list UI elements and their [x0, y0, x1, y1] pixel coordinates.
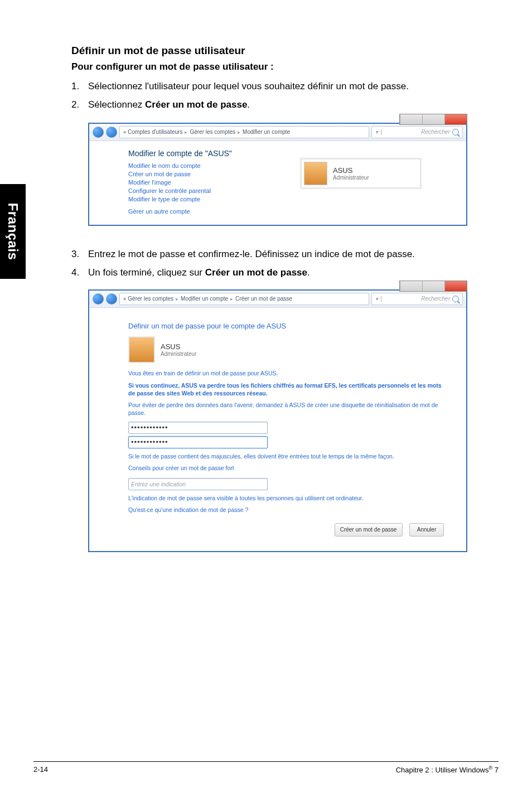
step-text: Un fois terminé, cliquez sur Créer un mo… [88, 267, 478, 279]
info-text: Vous êtes en train de définir un mot de … [128, 370, 444, 378]
link-strong-password-tips[interactable]: Conseils pour créer un mot de passe fort [128, 465, 444, 472]
page-number: 2-14 [33, 765, 48, 774]
step-number: 1. [71, 80, 88, 93]
language-label: Français [5, 203, 21, 260]
section-title: Définir un mot de passe utilisateur [71, 45, 478, 57]
search-icon [452, 296, 459, 302]
link-change-type[interactable]: Modifier le type de compte [128, 196, 449, 202]
step-text: Sélectionnez Créer un mot de passe. [88, 99, 478, 112]
password-field[interactable]: •••••••••••• [128, 422, 268, 434]
hint-visibility-note: L'indication de mot de passe sera visibl… [128, 495, 444, 503]
step-text: Entrez le mot de passe et confirmez-le. … [88, 248, 478, 261]
step-text: Sélectionnez l'utilisateur pour lequel v… [88, 80, 478, 93]
link-manage-other-account[interactable]: Gérer un autre compte [128, 208, 449, 215]
window-min-button[interactable] [400, 114, 422, 124]
warning-text: Si vous continuez, ASUS va perdre tous l… [128, 382, 444, 397]
step-number: 4. [71, 267, 88, 279]
nav-back-button[interactable] [93, 293, 104, 305]
account-card: ASUS Administrateur [300, 158, 422, 189]
nav-forward-button[interactable] [106, 293, 117, 305]
step-number: 2. [71, 99, 88, 112]
account-role: Administrateur [333, 175, 369, 181]
breadcrumb[interactable]: « Gérer les comptes▸ Modifier un compte▸… [119, 293, 369, 305]
password-confirm-field[interactable]: •••••••••••• [128, 436, 268, 448]
breadcrumb[interactable]: « Comptes d'utilisateurs▸ Gérer les comp… [119, 126, 369, 138]
window-max-button[interactable] [422, 114, 444, 124]
window-close-button[interactable] [444, 281, 467, 291]
screenshot-window-modify-account: « Comptes d'utilisateurs▸ Gérer les comp… [88, 123, 467, 226]
search-input[interactable]: ▾ | Rechercher [371, 126, 463, 138]
nav-forward-button[interactable] [106, 127, 117, 138]
avatar [128, 336, 155, 363]
chapter-label: Chapitre 2 : Utiliser Windows® 7 [396, 765, 499, 774]
avatar [304, 162, 327, 185]
nav-back-button[interactable] [93, 127, 104, 138]
create-password-button[interactable]: Créer un mot de passe [335, 523, 403, 537]
window-min-button[interactable] [400, 281, 422, 291]
password-hint-field[interactable]: Entrez une indication [128, 478, 268, 490]
window-title-bar [399, 114, 467, 125]
account-name: ASUS [333, 166, 369, 175]
account-name: ASUS [161, 342, 196, 351]
cancel-button[interactable]: Annuler [409, 523, 444, 537]
language-side-tab: Français [0, 184, 26, 279]
window-max-button[interactable] [422, 281, 444, 291]
panel-heading: Modifier le compte de "ASUS" [128, 149, 449, 158]
search-input[interactable]: ▾ | Rechercher [371, 293, 463, 305]
screenshot-window-create-password: « Gérer les comptes▸ Modifier un compte▸… [88, 289, 467, 552]
window-title-bar [399, 281, 467, 292]
link-what-is-hint[interactable]: Qu'est-ce qu'une indication de mot de pa… [128, 506, 444, 514]
info-text: Pour éviter de perdre des données dans l… [128, 402, 444, 417]
search-icon [452, 129, 459, 136]
step-number: 3. [71, 248, 88, 261]
panel-heading: Définir un mot de passe pour le compte d… [128, 321, 444, 331]
window-close-button[interactable] [444, 114, 467, 124]
account-role: Administrateur [161, 351, 196, 357]
section-subtitle: Pour configurer un mot de passe utilisat… [71, 61, 478, 73]
hint-text: Si le mot de passe contient des majuscul… [128, 453, 444, 461]
